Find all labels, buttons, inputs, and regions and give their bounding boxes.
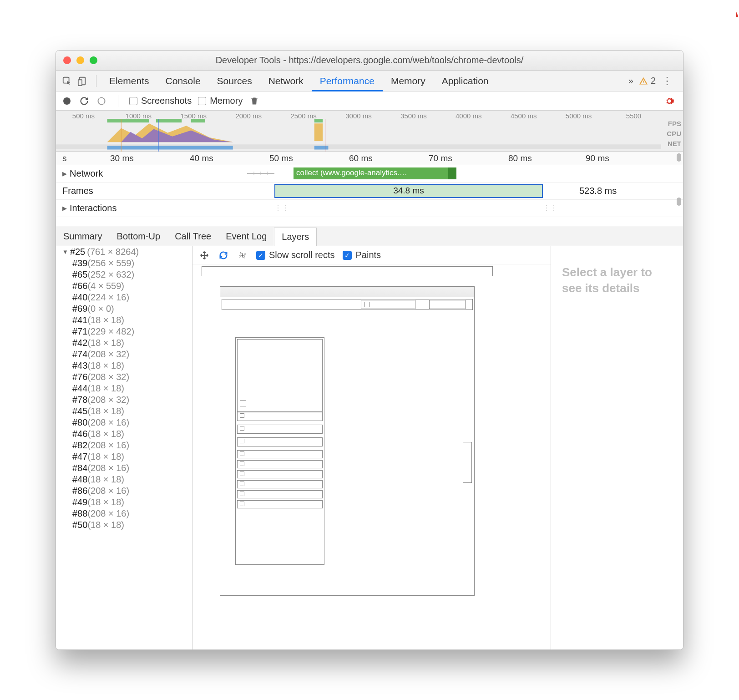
layer-tree-item[interactable]: #44(18 × 18) [56, 383, 192, 394]
rotate-icon[interactable] [218, 250, 229, 261]
layer-tree-item[interactable]: #76(208 × 32) [56, 371, 192, 383]
inspect-element-icon[interactable] [61, 75, 73, 87]
subtab-event-log[interactable]: Event Log [218, 226, 274, 246]
reset-icon[interactable] [237, 250, 248, 261]
network-row[interactable]: ▶Network collect (www.google-analytics.… [56, 165, 683, 183]
slow-scroll-rects-checkbox[interactable]: ✓Slow scroll rects [256, 250, 334, 260]
layer-tree-item[interactable]: #47(18 × 18) [56, 451, 192, 462]
settings-menu-icon[interactable]: ⋮ [656, 75, 678, 87]
svg-rect-12 [314, 146, 329, 149]
layer-tree-item[interactable]: #74(208 × 32) [56, 349, 192, 360]
memory-checkbox[interactable]: Memory [198, 96, 243, 106]
layer-tree-item[interactable]: #49(18 × 18) [56, 497, 192, 508]
layer-tree-item[interactable]: #80(208 × 16) [56, 417, 192, 428]
window-controls [56, 56, 97, 64]
warning-count: 2 [651, 76, 656, 86]
warnings-indicator[interactable]: 2 [639, 76, 656, 86]
frame-bar[interactable]: 34.8 ms [274, 184, 543, 198]
layer-tree-item[interactable]: #50(18 × 18) [56, 519, 192, 531]
svg-rect-2 [78, 80, 82, 86]
trash-icon[interactable] [249, 96, 260, 107]
more-tabs-icon[interactable]: » [623, 76, 639, 86]
layer-tree-item[interactable]: #82(208 × 16) [56, 440, 192, 451]
layer-tree-item[interactable]: #46(18 × 18) [56, 428, 192, 440]
layer-viewer-toolbar: ✓Slow scroll rects ✓Paints [192, 246, 551, 264]
scroll-indicator [677, 153, 681, 162]
tab-sources[interactable]: Sources [209, 71, 260, 91]
net-tick-icon [247, 172, 274, 175]
layer-tree-item[interactable]: #69(0 × 0) [56, 303, 192, 314]
layer-tree-item[interactable]: #84(208 × 16) [56, 462, 192, 474]
paints-checkbox[interactable]: ✓Paints [343, 250, 381, 260]
layer-tree-item[interactable]: #42(18 × 18) [56, 337, 192, 349]
ruler-tick: 50 ms [269, 153, 293, 163]
layer-tree-item[interactable]: #65(252 × 632) [56, 269, 192, 280]
layer-tree-item[interactable]: #39(256 × 559) [56, 258, 192, 269]
separator [118, 95, 118, 107]
devtools-window: Developer Tools - https://developers.goo… [56, 50, 683, 650]
zoom-window-button[interactable] [90, 56, 97, 64]
layer-canvas[interactable] [192, 264, 551, 649]
close-window-button[interactable] [63, 56, 71, 64]
window-title: Developer Tools - https://developers.goo… [56, 55, 683, 66]
svg-rect-6 [107, 119, 149, 122]
subtab-bottom-up[interactable]: Bottom-Up [110, 226, 168, 246]
svg-rect-11 [107, 146, 233, 149]
device-toggle-icon[interactable] [76, 75, 89, 87]
main-tabs-bar: ElementsConsoleSourcesNetworkPerformance… [56, 71, 683, 91]
screenshots-checkbox[interactable]: Screenshots [129, 96, 192, 106]
layer-tree-item[interactable]: #45(18 × 18) [56, 406, 192, 417]
expand-icon[interactable]: ▶ [62, 170, 67, 177]
subtab-call-tree[interactable]: Call Tree [167, 226, 218, 246]
warning-icon [639, 76, 648, 86]
layer-tree-item[interactable]: #78(208 × 32) [56, 394, 192, 406]
subtab-layers[interactable]: Layers [274, 228, 317, 246]
separator [96, 75, 96, 87]
subtab-summary[interactable]: Summary [56, 226, 110, 246]
svg-rect-9 [314, 119, 323, 122]
layer-tree-item[interactable]: #43(18 × 18) [56, 360, 192, 371]
tab-memory[interactable]: Memory [383, 71, 434, 91]
pan-icon[interactable] [199, 250, 210, 261]
layer-tree-item[interactable]: ▼ #25(761 × 8264) [56, 246, 192, 258]
tab-console[interactable]: Console [157, 71, 209, 91]
svg-rect-8 [191, 119, 205, 122]
network-request-bar[interactable]: collect (www.google-analytics.… [294, 167, 448, 179]
layer-tree-item[interactable]: #66(4 × 559) [56, 280, 192, 292]
svg-rect-10 [314, 123, 323, 141]
frames-row[interactable]: Frames 34.8 ms 523.8 ms [56, 183, 683, 200]
collapse-icon[interactable]: ▼ [62, 249, 68, 255]
expand-icon[interactable]: ▶ [62, 205, 67, 212]
interactions-row[interactable]: ▶Interactions ⋮⋮ ⋮⋮ [56, 200, 683, 217]
flamechart-rows: ▶Network collect (www.google-analytics.…… [56, 165, 683, 226]
layer-details-pane: Select a layer to see its details [551, 246, 683, 649]
layer-tree-item[interactable]: #40(224 × 16) [56, 292, 192, 303]
drag-handle-icon[interactable]: ⋮⋮ [274, 203, 289, 212]
details-placeholder: Select a layer to see its details [562, 264, 672, 296]
layer-tree-item[interactable]: #41(18 × 18) [56, 314, 192, 326]
record-button[interactable] [61, 96, 72, 107]
ruler-tick: 90 ms [586, 153, 609, 163]
layer-tree-item[interactable]: #88(208 × 16) [56, 508, 192, 519]
reload-icon[interactable] [79, 96, 90, 107]
layer-tree[interactable]: ▼ #25(761 × 8264)#39(256 × 559)#65(252 ×… [56, 246, 192, 649]
layer-tree-item[interactable]: #48(18 × 18) [56, 474, 192, 485]
tab-application[interactable]: Application [434, 71, 497, 91]
ruler-tick: 60 ms [349, 153, 373, 163]
tab-network[interactable]: Network [260, 71, 312, 91]
tab-performance[interactable]: Performance [312, 71, 383, 91]
layer-tree-item[interactable]: #71(229 × 482) [56, 326, 192, 337]
minimize-window-button[interactable] [76, 56, 84, 64]
timeline-ruler[interactable]: s30 ms40 ms50 ms60 ms70 ms80 ms90 ms [56, 152, 683, 165]
tab-elements[interactable]: Elements [101, 71, 157, 91]
overview-graph [56, 119, 661, 152]
layer-tree-item[interactable]: #86(208 × 16) [56, 485, 192, 497]
capture-settings-icon[interactable] [664, 96, 675, 107]
record-toolbar: Screenshots Memory [56, 91, 683, 111]
ruler-tick: s [62, 153, 67, 163]
ruler-tick: 70 ms [429, 153, 452, 163]
clear-icon[interactable] [96, 96, 107, 107]
timeline-overview[interactable]: 500 ms1000 ms1500 ms2000 ms2500 ms3000 m… [56, 111, 683, 152]
network-request-tail [448, 167, 456, 179]
drag-handle-icon[interactable]: ⋮⋮ [543, 203, 557, 212]
